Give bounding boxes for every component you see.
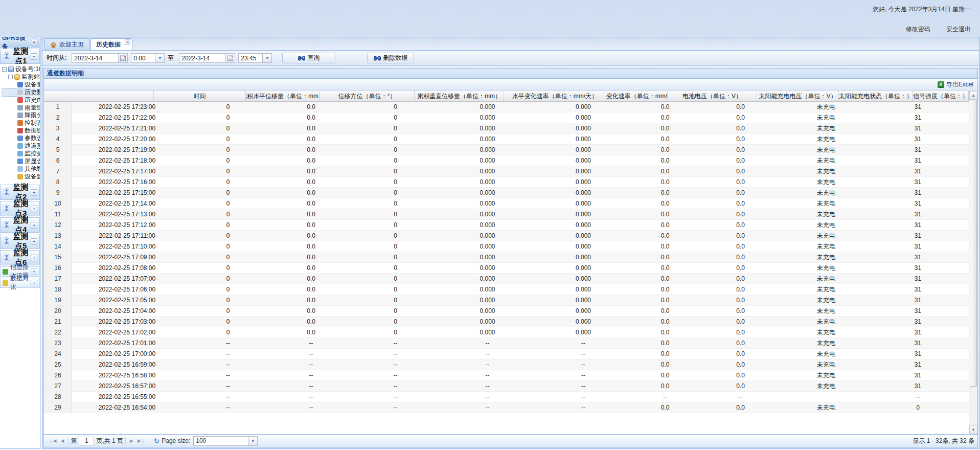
tree-leaf-item[interactable]: 参数设置 bbox=[2, 134, 40, 142]
table-row[interactable]: 29 2022-02-25 16:54:00 -- -- -- -- -- 0.… bbox=[44, 402, 969, 413]
tree-node-device[interactable]: − 设备号:1064844444007 bbox=[2, 65, 40, 73]
table-row[interactable]: 16 2022-02-25 17:08:00 0 0.0 0 0.000 0.0… bbox=[44, 263, 969, 274]
scroll-up-icon[interactable]: ▲ bbox=[969, 91, 977, 100]
close-icon[interactable]: ✕ bbox=[125, 39, 130, 45]
column-header[interactable]: 信号强度（单位：） bbox=[913, 91, 969, 101]
collapse-expander-icon[interactable]: − bbox=[8, 75, 13, 79]
tree-leaf-item[interactable]: 控制设备 bbox=[2, 119, 40, 127]
table-row[interactable]: 7 2022-02-25 17:17:00 0 0.0 0 0.000 0.00… bbox=[44, 166, 969, 177]
table-row[interactable]: 23 2022-02-25 17:01:00 -- -- -- -- -- 0.… bbox=[44, 338, 969, 349]
tree-leaf-item[interactable]: 降雨分析 bbox=[2, 111, 40, 119]
table-row[interactable]: 6 2022-02-25 17:18:00 0 0.0 0 0.000 0.00… bbox=[44, 155, 969, 166]
column-header[interactable]: 时间 bbox=[154, 91, 246, 101]
table-row[interactable]: 15 2022-02-25 17:09:00 0 0.0 0 0.000 0.0… bbox=[44, 252, 969, 263]
table-row[interactable]: 11 2022-02-25 17:13:00 0 0.0 0 0.000 0.0… bbox=[44, 209, 969, 220]
column-header[interactable]: 太阳能充电状态（单位：） bbox=[839, 91, 913, 101]
column-header[interactable]: 电池电压（单位：V） bbox=[668, 91, 757, 101]
calendar-icon[interactable] bbox=[119, 53, 128, 63]
tree-leaf-item[interactable]: 历史数据 bbox=[2, 88, 40, 96]
table-row[interactable]: 10 2022-02-25 17:14:00 0 0.0 0 0.000 0.0… bbox=[44, 198, 969, 209]
tree-leaf-item[interactable]: 设备监测服务 bbox=[2, 173, 40, 181]
page-size-select[interactable]: 100 bbox=[193, 436, 248, 446]
table-row[interactable]: 18 2022-02-25 17:06:00 0 0.0 0 0.000 0.0… bbox=[44, 284, 969, 295]
tree-leaf-item[interactable]: 通道预警 bbox=[2, 142, 40, 150]
time-from-select[interactable]: 0:00 bbox=[131, 53, 155, 63]
table-row[interactable]: 12 2022-02-25 17:12:00 0 0.0 0 0.000 0.0… bbox=[44, 220, 969, 231]
table-row[interactable]: 24 2022-02-25 17:00:00 -- -- -- -- -- 0.… bbox=[44, 349, 969, 359]
table-row[interactable]: 4 2022-02-25 17:20:00 0 0.0 0 0.000 0.00… bbox=[44, 134, 969, 145]
table-row[interactable]: 26 2022-02-25 16:58:00 -- -- -- -- -- 0.… bbox=[44, 370, 969, 381]
tree-leaf-item[interactable]: 屏显设置 bbox=[2, 158, 40, 165]
station-expand-button[interactable]: + bbox=[31, 255, 37, 261]
station-expand-button[interactable]: + bbox=[31, 206, 37, 212]
sidebar-item-expand-button[interactable]: + bbox=[31, 280, 37, 286]
tree-node-station[interactable]: − 监测站编号:2 bbox=[2, 73, 40, 81]
table-row[interactable]: 27 2022-02-25 16:57:00 -- -- -- -- -- 0.… bbox=[44, 381, 969, 392]
vertical-scrollbar[interactable]: ▲ ▼ bbox=[969, 91, 977, 434]
tree-leaf-item[interactable]: 设备最新数据 bbox=[2, 81, 40, 88]
table-row[interactable]: 3 2022-02-25 17:21:00 0 0.0 0 0.000 0.00… bbox=[44, 123, 969, 134]
tree-leaf-item[interactable]: 数据统计 bbox=[2, 127, 40, 134]
change-password-link[interactable]: 修改密码 bbox=[906, 26, 930, 33]
column-header[interactable]: 水平变化速率（单位：mm/天） bbox=[504, 91, 606, 101]
table-row[interactable]: 5 2022-02-25 17:19:00 0 0.0 0 0.000 0.00… bbox=[44, 145, 969, 155]
calendar-icon[interactable] bbox=[226, 53, 235, 63]
table-row[interactable]: 9 2022-02-25 17:15:00 0 0.0 0 0.000 0.00… bbox=[44, 188, 969, 198]
date-from-input[interactable]: 2022-3-14 bbox=[72, 53, 119, 63]
chevron-down-icon[interactable]: ▼ bbox=[155, 53, 165, 63]
station-panel-header[interactable]: 监测点2 + bbox=[0, 185, 40, 200]
sidebar-item-expand-button[interactable]: + bbox=[31, 268, 37, 275]
table-row[interactable]: 14 2022-02-25 17:10:00 0 0.0 0 0.000 0.0… bbox=[44, 241, 969, 252]
station-panel-header[interactable]: 监测点3 + bbox=[0, 201, 40, 216]
date-to-input[interactable]: 2022-3-14 bbox=[179, 53, 226, 63]
column-header[interactable]: 位移方位（单位：°） bbox=[320, 91, 415, 101]
table-row[interactable]: 21 2022-02-25 17:03:00 0 0.0 0 0.000 0.0… bbox=[44, 317, 969, 327]
last-page-icon[interactable]: ▶❘ bbox=[138, 438, 145, 443]
station-panel-1-header[interactable]: 监测点1 − bbox=[0, 49, 40, 64]
station-expand-button[interactable]: + bbox=[31, 222, 37, 229]
station-1-collapse-button[interactable]: − bbox=[31, 53, 37, 60]
table-row[interactable]: 8 2022-02-25 17:16:00 0 0.0 0 0.000 0.00… bbox=[44, 177, 969, 188]
table-row[interactable]: 19 2022-02-25 17:05:00 0 0.0 0 0.000 0.0… bbox=[44, 295, 969, 306]
chevron-down-icon[interactable]: ▼ bbox=[248, 436, 258, 446]
column-header[interactable] bbox=[44, 91, 154, 101]
chevron-down-icon[interactable]: ▼ bbox=[263, 53, 272, 63]
column-header[interactable]: 太阳能充电电压（单位：V） bbox=[757, 91, 839, 101]
page-number-input[interactable]: 1 bbox=[79, 437, 94, 445]
tree-leaf-item[interactable]: 雨量统计 bbox=[2, 104, 40, 111]
table-row[interactable]: 20 2022-02-25 17:04:00 0 0.0 0 0.000 0.0… bbox=[44, 306, 969, 317]
query-button[interactable]: 查询 bbox=[282, 53, 335, 63]
tree-leaf-item[interactable]: 其他数据 bbox=[2, 165, 40, 173]
tree-leaf-item[interactable]: 历史曲线 bbox=[2, 96, 40, 104]
station-expand-button[interactable]: + bbox=[31, 238, 37, 245]
sidebar-bottom-item[interactable]: 数据对比 + bbox=[0, 278, 40, 288]
logout-link[interactable]: 安全退出 bbox=[946, 26, 971, 33]
column-header[interactable]: 累积垂直位移量（单位：mm） bbox=[415, 91, 504, 101]
table-row[interactable]: 2 2022-02-25 17:22:00 0 0.0 0 0.000 0.00… bbox=[44, 112, 969, 123]
first-page-icon[interactable]: ❘◀ bbox=[49, 438, 56, 443]
time-to-select[interactable]: 23:45 bbox=[238, 53, 263, 63]
scrollbar-track[interactable] bbox=[969, 100, 977, 425]
tree-leaf-item[interactable]: 监控摄像 bbox=[2, 150, 40, 158]
refresh-icon[interactable]: ↻ bbox=[153, 437, 159, 445]
column-header[interactable]: 垂直变化速率（单位：mm/天） bbox=[606, 91, 668, 101]
station-expand-button[interactable]: + bbox=[31, 189, 37, 196]
table-row[interactable]: 22 2022-02-25 17:02:00 0 0.0 0 0.000 0.0… bbox=[44, 327, 969, 338]
scrollbar-thumb[interactable] bbox=[970, 100, 977, 387]
tab-welcome[interactable]: 欢迎主页 bbox=[44, 38, 89, 50]
column-header[interactable]: 累积水平位移量（单位：mm） bbox=[246, 91, 320, 101]
tab-history-data[interactable]: 历史数据 ✕ bbox=[90, 38, 132, 50]
sidebar-collapse-button[interactable]: « bbox=[31, 38, 38, 46]
next-page-icon[interactable]: ▶ bbox=[130, 438, 133, 443]
delete-data-button[interactable]: 删除数据 bbox=[367, 53, 414, 63]
table-row[interactable]: 1 2022-02-25 17:23:00 0 0.0 0 0.000 0.00… bbox=[44, 102, 969, 112]
table-row[interactable]: 17 2022-02-25 17:07:00 0 0.0 0 0.000 0.0… bbox=[44, 274, 969, 284]
prev-page-icon[interactable]: ◀ bbox=[60, 438, 64, 443]
station-panel-header[interactable]: 监测点4 + bbox=[0, 217, 40, 233]
table-row[interactable]: 13 2022-02-25 17:11:00 0 0.0 0 0.000 0.0… bbox=[44, 231, 969, 241]
scroll-down-icon[interactable]: ▼ bbox=[969, 425, 977, 434]
table-row[interactable]: 25 2022-02-25 16:59:00 -- -- -- -- -- 0.… bbox=[44, 359, 969, 370]
station-panel-header[interactable]: 监测点5 + bbox=[0, 234, 40, 249]
table-row[interactable]: 28 2022-02-25 16:55:00 -- -- -- -- -- --… bbox=[44, 392, 969, 402]
collapse-expander-icon[interactable]: − bbox=[2, 67, 7, 72]
